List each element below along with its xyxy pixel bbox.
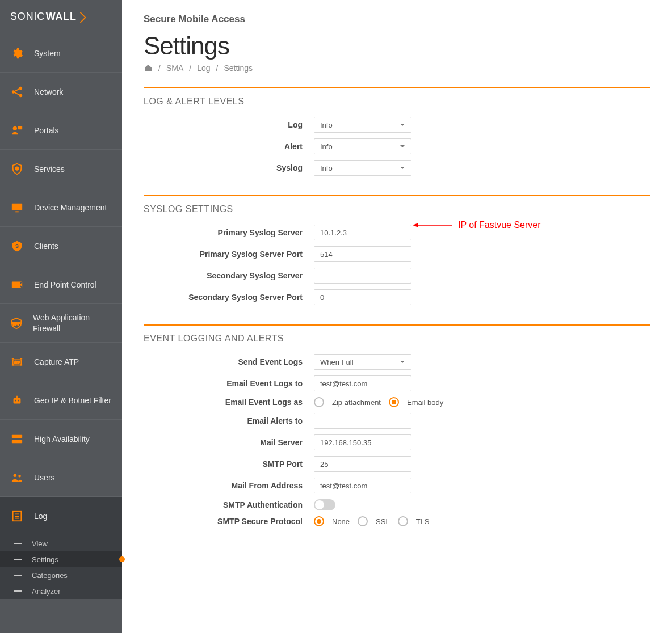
svg-point-5 <box>13 126 17 130</box>
sidebar-item-services[interactable]: Services <box>0 150 122 188</box>
input-smtp-port[interactable] <box>314 456 411 472</box>
sidebar-item-network[interactable]: Network <box>0 73 122 111</box>
sidebar-item-label: Log <box>34 512 47 521</box>
app-subtitle: Secure Mobile Access <box>144 14 650 25</box>
radio-label: TLS <box>416 517 430 526</box>
breadcrumb-sep: / <box>158 64 161 73</box>
sidebar-item-label: High Availability <box>34 434 90 444</box>
annotation-text: IP of Fastvue Server <box>458 220 541 230</box>
breadcrumb-settings: Settings <box>224 64 253 73</box>
select-value: Info <box>320 142 333 151</box>
radio-tls[interactable] <box>398 516 408 526</box>
sidebar: SONICWALL System Network Portals Service… <box>0 0 122 633</box>
monitor-icon <box>10 201 24 214</box>
breadcrumb: / SMA / Log / Settings <box>144 64 650 73</box>
radio-zip-attachment[interactable] <box>314 397 324 407</box>
label-log: Log <box>144 120 314 129</box>
sidebar-item-log[interactable]: Log <box>0 497 122 535</box>
robot-icon <box>10 394 24 407</box>
svg-marker-24 <box>413 223 418 227</box>
breadcrumb-sep: / <box>189 64 191 73</box>
annotation-fastvue: IP of Fastvue Server <box>413 220 541 230</box>
radio-label: SSL <box>376 517 390 526</box>
select-log-level[interactable]: Info <box>314 117 411 133</box>
breadcrumb-sma[interactable]: SMA <box>166 64 183 73</box>
sidebar-item-geo-ip-botnet[interactable]: Geo IP & Botnet Filter <box>0 381 122 420</box>
arrow-left-icon <box>413 222 452 229</box>
sidebar-item-label: Users <box>34 473 55 482</box>
label-email-alerts-to: Email Alerts to <box>144 416 314 425</box>
input-email-logs-to[interactable] <box>314 375 411 391</box>
radio-email-body[interactable] <box>389 397 399 407</box>
ha-icon <box>10 432 24 446</box>
label-secondary-syslog-port: Secondary Syslog Server Port <box>144 293 314 302</box>
sidebar-item-waf[interactable]: WAF Web Application Firewall <box>0 304 122 343</box>
sub-label: Settings <box>32 555 58 564</box>
chevron-down-icon <box>400 122 405 128</box>
section-title: EVENT LOGGING AND ALERTS <box>144 334 650 344</box>
sidebar-item-clients[interactable]: S Clients <box>0 227 122 265</box>
sidebar-item-label: Geo IP & Botnet Filter <box>34 396 111 405</box>
sidebar-item-users[interactable]: Users <box>0 458 122 497</box>
section-log-alert-levels: LOG & ALERT LEVELS Log Info Alert Info S… <box>144 87 650 176</box>
sidebar-sub-analyzer[interactable]: Analyzer <box>0 583 122 599</box>
input-mail-from[interactable] <box>314 478 411 493</box>
section-title: SYSLOG SETTINGS <box>144 204 650 214</box>
waf-icon: WAF <box>10 317 23 330</box>
label-smtp-port: SMTP Port <box>144 459 314 469</box>
svg-point-17 <box>18 399 19 401</box>
sidebar-sub-settings[interactable]: Settings <box>0 551 122 567</box>
sidebar-item-high-availability[interactable]: High Availability <box>0 420 122 458</box>
sidebar-sub-view[interactable]: View <box>0 535 122 551</box>
input-primary-syslog-server[interactable] <box>314 225 411 240</box>
breadcrumb-log[interactable]: Log <box>197 64 210 73</box>
label-mail-from: Mail From Address <box>144 481 314 490</box>
select-syslog-level[interactable]: Info <box>314 160 411 176</box>
sidebar-item-label: Device Management <box>34 203 107 212</box>
dash-icon <box>14 543 22 544</box>
svg-point-21 <box>18 474 21 477</box>
sidebar-item-system[interactable]: System <box>0 34 122 73</box>
sidebar-sub-categories[interactable]: Categories <box>0 567 122 583</box>
badge-icon: S <box>10 239 24 253</box>
label-secondary-syslog: Secondary Syslog Server <box>144 271 314 280</box>
chevron-down-icon <box>400 165 405 171</box>
input-secondary-syslog-port[interactable] <box>314 289 411 305</box>
select-value: When Full <box>320 358 354 366</box>
sidebar-item-label: End Point Control <box>34 280 96 289</box>
input-mail-server[interactable] <box>314 434 411 450</box>
atp-icon: ATP <box>10 355 24 369</box>
radio-ssl[interactable] <box>358 516 368 526</box>
svg-rect-6 <box>18 126 22 129</box>
home-icon[interactable] <box>144 64 153 73</box>
sonicwall-logo: SONICWALL <box>10 11 112 23</box>
sidebar-item-label: Network <box>34 87 63 96</box>
sidebar-item-label: Capture ATP <box>34 357 79 366</box>
sub-label: Categories <box>32 571 68 580</box>
sidebar-item-capture-atp[interactable]: ATP Capture ATP <box>0 343 122 381</box>
input-secondary-syslog-server[interactable] <box>314 268 411 284</box>
sidebar-item-end-point-control[interactable]: End Point Control <box>0 265 122 304</box>
input-email-alerts-to[interactable] <box>314 413 411 429</box>
chevron-down-icon <box>400 359 405 365</box>
input-primary-syslog-port[interactable] <box>314 246 411 262</box>
radio-group-email-as: Zip attachment Email body <box>314 397 443 407</box>
svg-rect-18 <box>12 434 22 438</box>
svg-point-7 <box>15 167 19 170</box>
svg-point-16 <box>15 399 16 401</box>
select-alert-level[interactable]: Info <box>314 138 411 154</box>
users-icon <box>10 471 24 484</box>
svg-rect-15 <box>14 398 21 403</box>
shield-icon <box>10 162 24 176</box>
svg-rect-8 <box>12 203 22 210</box>
radio-group-smtp-secure: None SSL TLS <box>314 516 430 526</box>
sidebar-item-portals[interactable]: Portals <box>0 111 122 150</box>
radio-none[interactable] <box>314 516 324 526</box>
toggle-smtp-auth[interactable] <box>314 499 335 510</box>
sidebar-item-label: Clients <box>34 242 58 251</box>
sidebar-item-device-management[interactable]: Device Management <box>0 188 122 227</box>
label-mail-server: Mail Server <box>144 438 314 447</box>
svg-text:ATP: ATP <box>14 360 20 364</box>
sidebar-item-label: Web Application Firewall <box>33 313 112 333</box>
select-send-event-logs[interactable]: When Full <box>314 354 411 370</box>
